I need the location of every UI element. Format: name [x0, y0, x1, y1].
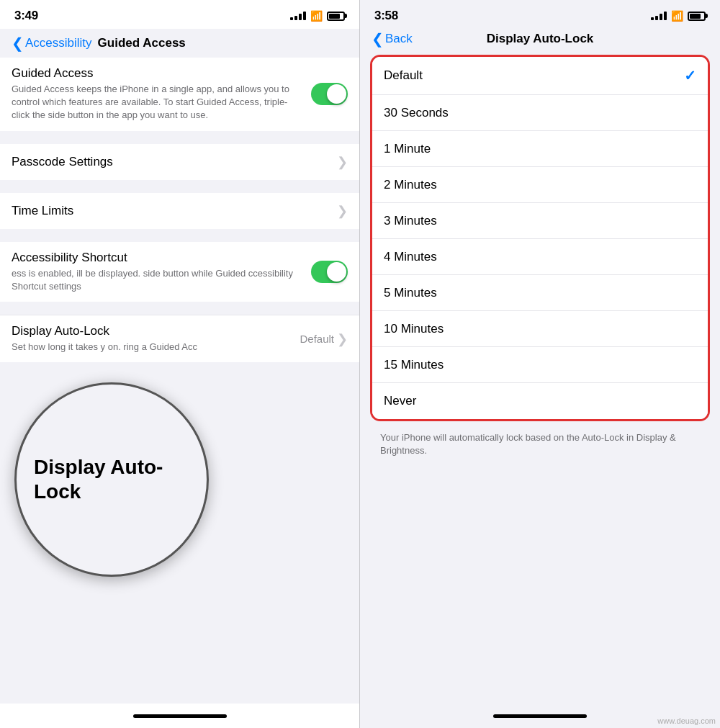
time-right: 3:58	[374, 9, 398, 23]
back-chevron-right: ❮	[372, 30, 384, 48]
nav-bar-left: ❮ Accessibility Guided Access	[0, 29, 359, 58]
nav-bar-right: ❮ Back Display Auto-Lock	[360, 29, 720, 52]
option-3min[interactable]: 3 Minutes	[372, 203, 708, 239]
option-default-label: Default	[384, 68, 423, 83]
gap-4	[0, 302, 359, 315]
battery-icon-right	[688, 12, 706, 21]
wifi-icon-right: 📶	[671, 10, 683, 22]
back-link-left[interactable]: ❮ Accessibility	[12, 35, 92, 52]
display-autolock-sublabel: Set how long it takes y on. ring a Guide…	[12, 341, 294, 354]
option-30sec[interactable]: 30 Seconds	[372, 95, 708, 131]
accessibility-shortcut-section: Accessibility Shortcut ess is enabled, i…	[0, 242, 359, 302]
gap-1	[0, 131, 359, 144]
status-icons-right: 📶	[651, 10, 706, 22]
display-autolock-label: Display Auto-Lock	[12, 324, 294, 338]
option-10min-label: 10 Minutes	[384, 322, 444, 336]
option-never[interactable]: Never	[372, 383, 708, 419]
battery-icon	[327, 12, 345, 21]
option-1min[interactable]: 1 Minute	[372, 131, 708, 167]
option-5min-label: 5 Minutes	[384, 286, 437, 300]
display-autolock-left: Display Auto-Lock Set how long it takes …	[12, 324, 300, 354]
settings-content-left: Guided Access Guided Access keeps the iP…	[0, 58, 359, 704]
option-15min-label: 15 Minutes	[384, 358, 444, 372]
selection-list: Default ✓ 30 Seconds 1 Minute 2 Minutes …	[370, 55, 710, 421]
selection-footer: Your iPhone will automatically lock base…	[360, 424, 720, 464]
wifi-icon: 📶	[310, 10, 323, 22]
display-autolock-section: Display Auto-Lock Set how long it takes …	[0, 315, 359, 362]
option-15min[interactable]: 15 Minutes	[372, 347, 708, 383]
home-bar-left	[133, 714, 227, 718]
accessibility-shortcut-toggle[interactable]	[311, 261, 348, 283]
option-4min-label: 4 Minutes	[384, 250, 437, 264]
option-10min[interactable]: 10 Minutes	[372, 311, 708, 347]
guided-access-section: Guided Access Guided Access keeps the iP…	[0, 58, 359, 131]
back-link-right[interactable]: ❮ Back	[372, 30, 413, 48]
guided-access-label: Guided Access	[12, 66, 305, 81]
guided-access-toggle[interactable]	[311, 83, 348, 105]
magnifier-circle: Display Auto-Lock	[14, 382, 209, 577]
option-2min-label: 2 Minutes	[384, 178, 437, 192]
option-2min[interactable]: 2 Minutes	[372, 167, 708, 203]
status-bar-right: 3:58 📶	[360, 0, 720, 29]
signal-icon-right	[651, 12, 667, 20]
accessibility-shortcut-row[interactable]: Accessibility Shortcut ess is enabled, i…	[0, 242, 359, 302]
guided-access-sublabel: Guided Access keeps the iPhone in a sing…	[12, 83, 305, 122]
autolock-value: Default	[300, 333, 334, 345]
accessibility-shortcut-label: Accessibility Shortcut	[12, 251, 305, 265]
right-panel: 3:58 📶 ❮ Back Display Auto-Lock Default …	[360, 0, 720, 728]
time-limits-row[interactable]: Time Limits ❯	[0, 193, 359, 229]
nav-title-left: Guided Access	[98, 36, 186, 50]
nav-title-right: Display Auto-Lock	[487, 32, 594, 46]
back-label-right: Back	[385, 32, 413, 46]
accessibility-shortcut-sublabel: ess is enabled, ill be displayed. side b…	[12, 267, 305, 293]
home-bar-right	[493, 714, 587, 718]
option-1min-label: 1 Minute	[384, 142, 431, 156]
status-icons-left: 📶	[290, 10, 345, 22]
passcode-chevron: ❯	[337, 154, 348, 170]
home-indicator-left	[0, 704, 359, 728]
guided-access-row[interactable]: Guided Access Guided Access keeps the iP…	[0, 58, 359, 131]
signal-icon	[290, 12, 306, 20]
magnifier-big-text: Display Auto-Lock	[34, 455, 189, 503]
left-panel: 3:49 📶 ❮ Accessibility Guided Access	[0, 0, 360, 728]
back-chevron-left: ❮	[12, 35, 24, 52]
gap-2	[0, 180, 359, 193]
display-autolock-row[interactable]: Display Auto-Lock Set how long it takes …	[0, 315, 359, 362]
passcode-label: Passcode Settings	[12, 155, 113, 169]
time-left: 3:49	[14, 9, 38, 23]
option-default-check: ✓	[684, 67, 696, 84]
watermark: www.deuag.com	[657, 716, 716, 725]
time-limits-section: Time Limits ❯	[0, 193, 359, 229]
option-3min-label: 3 Minutes	[384, 214, 437, 228]
option-30sec-label: 30 Seconds	[384, 106, 449, 120]
guided-access-row-left: Guided Access Guided Access keeps the iP…	[12, 66, 311, 122]
back-label-left: Accessibility	[25, 36, 92, 50]
option-never-label: Never	[384, 394, 416, 408]
gap-3	[0, 229, 359, 242]
option-default[interactable]: Default ✓	[372, 57, 708, 95]
time-limits-label: Time Limits	[12, 204, 73, 218]
option-4min[interactable]: 4 Minutes	[372, 239, 708, 275]
magnifier-content: Display Auto-Lock	[17, 441, 207, 518]
autolock-chevron: ❯	[337, 331, 348, 347]
passcode-section: Passcode Settings ❯	[0, 144, 359, 180]
accessibility-shortcut-left: Accessibility Shortcut ess is enabled, i…	[12, 251, 311, 293]
status-bar-left: 3:49 📶	[0, 0, 359, 29]
option-5min[interactable]: 5 Minutes	[372, 275, 708, 311]
time-limits-chevron: ❯	[337, 203, 348, 219]
passcode-row[interactable]: Passcode Settings ❯	[0, 144, 359, 180]
